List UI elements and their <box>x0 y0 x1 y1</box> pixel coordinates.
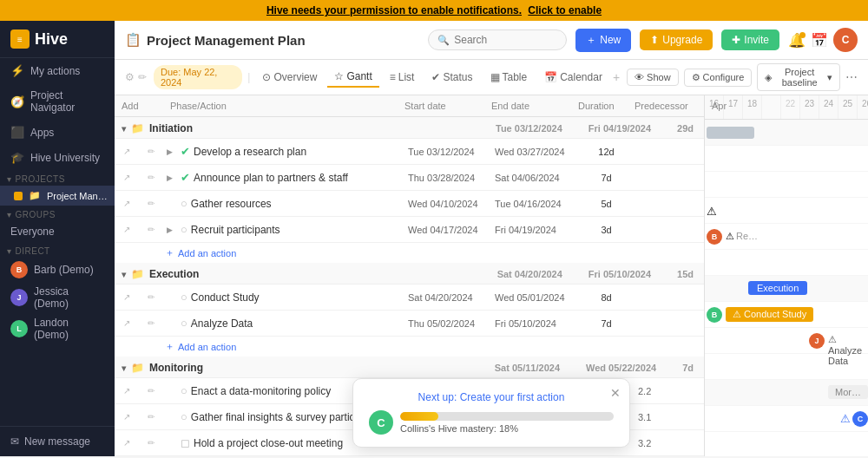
task-end: Fri 05/10/2024 <box>491 317 578 330</box>
row-edit-icon[interactable]: ✏ <box>139 225 163 234</box>
invite-button[interactable]: ✚ Invite <box>721 29 779 50</box>
mastery-label-text: Collins's Hive mastery: 18% <box>400 423 614 434</box>
more-options-button[interactable]: ⋯ <box>845 70 858 84</box>
sidebar-item-apps[interactable]: ⬛ Apps <box>0 120 115 145</box>
row-edit-icon[interactable]: ✏ <box>139 438 163 448</box>
row-link-icon[interactable]: ↗ <box>115 292 139 302</box>
task-name: Gather final insights & survey participa… <box>191 411 378 423</box>
gantt-bar-initiation[interactable] <box>707 127 754 139</box>
sidebar-item-project-navigator[interactable]: 🧭 Project Navigator <box>0 83 115 120</box>
sidebar-project-item[interactable]: 📁 Project Mana… <box>0 186 115 206</box>
group-duration-initiation: 29d <box>677 123 694 134</box>
tab-gantt[interactable]: ☆ Gantt <box>327 67 378 88</box>
row-link-icon[interactable]: ↗ <box>115 199 139 208</box>
gantt-star-icon: ☆ <box>334 70 344 82</box>
new-button[interactable]: ＋ New <box>575 29 631 52</box>
table-row: ↗ ✏ ○ Gather resources Wed 04/10/2024 Tu… <box>115 191 704 217</box>
plus-icon: ＋ <box>586 33 596 48</box>
notification-dot <box>799 32 806 38</box>
tab-table[interactable]: ▦ Table <box>483 68 535 87</box>
new-message-button[interactable]: ✉ New message <box>0 426 115 456</box>
sidebar-direct-barb[interactable]: B Barb (Demo) <box>0 258 115 282</box>
baseline-button[interactable]: ◈ Project baseline ▾ <box>757 63 840 91</box>
show-button[interactable]: 👁 Show <box>627 69 679 86</box>
add-action-execution[interactable]: ＋ Add an action <box>115 337 704 357</box>
mastery-avatar: C <box>369 410 393 435</box>
mastery-close-button[interactable]: ✕ <box>610 386 621 400</box>
sidebar-logo[interactable]: ≡ Hive <box>0 21 115 58</box>
calendar-icon-button[interactable]: 📅 <box>811 32 828 49</box>
notifications-button[interactable]: 🔔 <box>788 32 806 49</box>
configure-button[interactable]: ⚙ Configure <box>684 69 753 87</box>
gantt-day: 18 <box>743 95 762 119</box>
chevron-down-icon-baseline: ▾ <box>827 72 832 83</box>
group-folder-icon-mon: 📁 <box>131 362 144 374</box>
tab-list[interactable]: ≡ List <box>383 68 422 87</box>
sidebar-direct-landon[interactable]: L Landon (Demo) <box>0 313 115 344</box>
add-action-label: Add an action <box>178 248 236 258</box>
row-link-icon[interactable]: ↗ <box>115 386 139 396</box>
group-arrow-execution[interactable]: ▾ <box>122 270 126 279</box>
tab-overview[interactable]: ⊙ Overview <box>255 68 324 87</box>
row-link-icon[interactable]: ↗ <box>115 318 139 328</box>
row-edit-icon[interactable]: ✏ <box>139 173 163 182</box>
task-name: Analyze Data <box>191 317 253 330</box>
expand-icon[interactable]: ▶ <box>167 173 177 182</box>
add-action-initiation[interactable]: ＋ Add an action <box>115 243 704 263</box>
row-edit-icon[interactable]: ✏ <box>139 147 163 156</box>
add-tab-button[interactable]: + <box>613 70 620 84</box>
gantt-day: 22 <box>781 95 800 119</box>
gantt-bar-conduct[interactable]: ⚠ Conduct Study <box>726 307 813 322</box>
projects-section[interactable]: ▾ Projects <box>0 170 115 186</box>
lightning-icon: ⚡ <box>10 64 24 77</box>
settings-icon[interactable]: ⚙ <box>125 71 135 83</box>
row-link-icon[interactable]: ↗ <box>115 412 139 422</box>
row-edit-icon[interactable]: ✏ <box>139 318 163 328</box>
row-link-icon[interactable]: ↗ <box>115 225 139 234</box>
sidebar-direct-jessica[interactable]: J Jessica (Demo) <box>0 282 115 313</box>
edit-icon[interactable]: ✏ <box>138 71 147 83</box>
row-edit-icon[interactable]: ✏ <box>139 199 163 208</box>
group-arrow-initiation[interactable]: ▾ <box>122 124 126 134</box>
direct-label-landon: Landon (Demo) <box>34 317 104 341</box>
due-date-badge[interactable]: Due: May 22, 2024 <box>154 65 242 89</box>
status-done-icon: ✔ <box>181 171 190 184</box>
row-edit-icon[interactable]: ✏ <box>139 292 163 302</box>
row-edit-icon[interactable]: ✏ <box>139 386 163 396</box>
row-edit-icon[interactable]: ✏ <box>139 412 163 422</box>
project-title-area: 📋 Project Management Plan <box>125 32 306 48</box>
user-avatar[interactable]: C <box>833 28 858 52</box>
sidebar-group-everyone[interactable]: Everyone <box>0 221 115 242</box>
group-name-initiation: Initiation <box>149 122 193 134</box>
notification-link[interactable]: Click to enable <box>528 4 602 16</box>
row-link-icon[interactable]: ↗ <box>115 147 139 156</box>
tab-status[interactable]: ✔ Status <box>424 68 479 87</box>
groups-section[interactable]: ▾ Groups <box>0 206 115 221</box>
direct-section[interactable]: ▾ Direct <box>0 242 115 258</box>
table-row: ↗ ✏ ▶ ✔ Announce plan to partners & staf… <box>115 165 704 191</box>
row-link-icon[interactable]: ↗ <box>115 438 139 448</box>
sidebar-logo-text: Hive <box>35 30 68 49</box>
mastery-next-action[interactable]: Create your first action <box>460 391 565 403</box>
mastery-next-text: Next up: Create your first action <box>369 391 614 403</box>
sidebar-item-my-actions[interactable]: ⚡ My actions <box>0 58 115 83</box>
task-predecessor <box>635 296 704 299</box>
gantt-row-gather-final <box>705 432 868 456</box>
status-done-icon: ✔ <box>181 145 190 158</box>
search-input[interactable] <box>454 34 541 46</box>
expand-icon[interactable]: ▶ <box>167 226 177 234</box>
upgrade-button[interactable]: ⬆ Upgrade <box>640 29 713 50</box>
gantt-bar-execution[interactable]: Execution <box>748 281 807 295</box>
sidebar-item-hive-university[interactable]: 🎓 Hive University <box>0 145 115 170</box>
expand-icon[interactable]: ▶ <box>167 147 177 156</box>
group-arrow-monitoring[interactable]: ▾ <box>122 363 126 373</box>
gantt-area: Apr 16 17 18 22 23 24 25 26 27 2 <box>705 95 868 456</box>
gantt-bar-monitoring-partial[interactable]: Mor… <box>828 385 868 399</box>
search-box[interactable]: 🔍 <box>428 29 567 50</box>
tab-calendar[interactable]: 📅 Calendar <box>537 68 609 87</box>
gantt-row-analyze: J ⚠ Analyze Data <box>705 328 868 354</box>
row-link-icon[interactable]: ↗ <box>115 173 139 182</box>
gantt-avatar-enact: C <box>852 411 868 427</box>
gantt-row-group-initiation <box>705 120 868 146</box>
task-predecessor: 3.2 <box>635 436 704 450</box>
